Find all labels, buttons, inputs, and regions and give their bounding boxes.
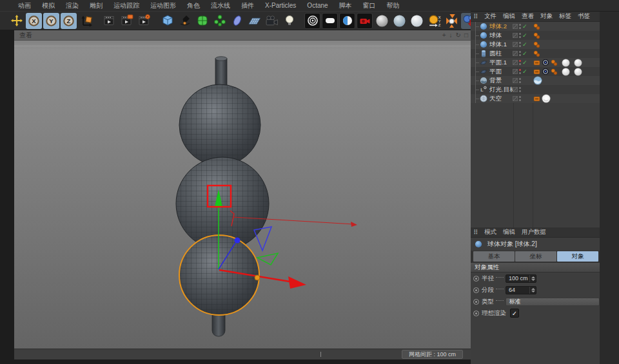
- layer-toggle[interactable]: [513, 42, 518, 47]
- object-name[interactable]: 球体.2: [489, 23, 513, 31]
- primitive-cube-button[interactable]: [159, 13, 175, 29]
- main-menu-item[interactable]: 流水线: [211, 1, 230, 10]
- material-glow-tag[interactable]: [542, 94, 551, 103]
- object-row[interactable]: L灯光.目标.1: [471, 85, 600, 94]
- object-name[interactable]: 圆柱: [489, 50, 513, 58]
- main-menu-item[interactable]: 插件: [241, 1, 254, 10]
- phong-tag[interactable]: [533, 41, 540, 48]
- grip-icon[interactable]: ⠿: [473, 13, 478, 20]
- object-name[interactable]: 灯光.目标.1: [489, 86, 513, 94]
- subdivision-surface-button[interactable]: [194, 13, 210, 29]
- scale-handle[interactable]: [255, 275, 260, 280]
- visibility-dots[interactable]: [519, 42, 521, 47]
- enabled-check-icon[interactable]: ✓: [522, 69, 527, 75]
- stepper-arrows[interactable]: [529, 287, 536, 294]
- material-tag[interactable]: [574, 59, 582, 67]
- main-menu-item[interactable]: 雕刻: [90, 1, 103, 10]
- object-row[interactable]: 背景: [471, 76, 600, 85]
- object-name[interactable]: 天空: [489, 95, 513, 103]
- main-menu-item[interactable]: 运动图形: [150, 1, 176, 10]
- main-menu-item[interactable]: 脚本: [339, 1, 352, 10]
- object-row[interactable]: 平面✓: [471, 67, 600, 76]
- octane-live-viewer-button[interactable]: [304, 13, 320, 29]
- main-menu-item[interactable]: 模拟: [42, 1, 55, 10]
- mograph-array-button[interactable]: [211, 13, 228, 29]
- material-tag[interactable]: [574, 68, 582, 76]
- main-menu-item[interactable]: 运动跟踪: [113, 1, 139, 10]
- visibility-dots[interactable]: [519, 96, 521, 101]
- object-name[interactable]: 球体: [489, 32, 513, 40]
- deformer-button[interactable]: [229, 13, 245, 29]
- texture-ball-button[interactable]: XYZ: [426, 13, 442, 29]
- main-menu-item[interactable]: 渲染: [66, 1, 79, 10]
- scatter-button[interactable]: [444, 13, 460, 29]
- light-button[interactable]: [281, 13, 297, 29]
- tab-inactive[interactable]: 坐标: [515, 251, 556, 262]
- layer-toggle[interactable]: [513, 87, 518, 92]
- layer-toggle[interactable]: [513, 51, 518, 56]
- compositing-tag[interactable]: [533, 68, 540, 75]
- pan-icon[interactable]: +: [442, 32, 446, 39]
- visibility-dots[interactable]: [519, 69, 521, 74]
- visibility-dots[interactable]: [519, 51, 521, 56]
- om-menu-item[interactable]: 书签: [578, 12, 590, 21]
- visibility-dots[interactable]: [519, 60, 521, 65]
- maximize-icon[interactable]: □: [464, 32, 468, 39]
- render-picture-viewer-button[interactable]: [119, 13, 135, 29]
- move-tool-button[interactable]: [8, 13, 25, 29]
- main-menu-item[interactable]: 角色: [187, 1, 200, 10]
- enabled-check-icon[interactable]: ✓: [522, 42, 527, 48]
- z-axis-handle[interactable]: [235, 238, 241, 244]
- sphere-top[interactable]: [179, 84, 260, 166]
- spline-pen-button[interactable]: [177, 13, 193, 29]
- compositing-tag[interactable]: [533, 59, 540, 66]
- object-row[interactable]: 平面.1✓: [471, 58, 600, 67]
- am-menu-item[interactable]: 用户数据: [522, 228, 546, 236]
- floor-button[interactable]: [246, 13, 262, 29]
- object-row[interactable]: 球体✓: [471, 31, 600, 40]
- keyframe-circle-icon[interactable]: [473, 287, 479, 293]
- visibility-dots[interactable]: [519, 87, 521, 92]
- object-row[interactable]: 球体.2✓: [471, 22, 600, 31]
- object-row[interactable]: 天空: [471, 94, 600, 103]
- phong-tag[interactable]: [551, 59, 558, 66]
- render-perfect-checkbox[interactable]: ✓: [510, 309, 519, 318]
- object-manager-list[interactable]: 球体.2✓球体✓球体.1✓圆柱✓平面.1✓平面✓背景L灯光.目标.1天空: [471, 22, 600, 227]
- enabled-check-icon[interactable]: ✓: [522, 51, 527, 57]
- layer-toggle[interactable]: [513, 33, 518, 38]
- main-menu-item[interactable]: 动画: [18, 1, 31, 10]
- phong-tag[interactable]: [533, 32, 540, 39]
- keyframe-circle-icon[interactable]: [473, 311, 479, 316]
- main-menu-item[interactable]: Octane: [307, 2, 328, 9]
- layer-toggle[interactable]: [513, 96, 518, 101]
- octane-material-button[interactable]: [322, 13, 338, 29]
- coordinate-system-button[interactable]: [78, 13, 94, 29]
- om-menu-item[interactable]: 标签: [559, 12, 571, 21]
- tab-active[interactable]: 对象: [557, 251, 598, 262]
- visibility-dots[interactable]: [519, 78, 521, 83]
- material-tag[interactable]: [562, 68, 570, 76]
- viewport-menu[interactable]: 查看: [19, 31, 32, 40]
- om-menu-item[interactable]: 查看: [522, 12, 534, 21]
- render-settings-button[interactable]: [136, 13, 152, 29]
- om-menu-item[interactable]: 文件: [484, 12, 496, 21]
- visibility-dots[interactable]: [519, 24, 521, 29]
- tab-inactive[interactable]: 基本: [473, 251, 515, 262]
- object-name[interactable]: 平面: [489, 68, 513, 76]
- lock-x-axis-button[interactable]: X: [26, 13, 42, 29]
- material-sky-tag[interactable]: [533, 76, 542, 85]
- object-name[interactable]: 球体.1: [489, 41, 513, 49]
- enabled-check-icon[interactable]: ✓: [522, 24, 527, 30]
- rotate-icon[interactable]: ↻: [456, 32, 461, 39]
- lock-y-axis-button[interactable]: Y: [43, 13, 59, 29]
- enabled-check-icon[interactable]: ✓: [522, 60, 527, 66]
- viewport-canvas[interactable]: [14, 41, 471, 349]
- octane-mix-material-button[interactable]: [339, 13, 355, 29]
- layer-toggle[interactable]: [513, 69, 518, 74]
- radius-input[interactable]: 100 cm: [506, 274, 536, 283]
- octane-object-tag[interactable]: [542, 68, 549, 75]
- camera-button[interactable]: [264, 13, 280, 29]
- om-menu-item[interactable]: 编辑: [503, 12, 515, 21]
- type-dropdown[interactable]: 标准: [506, 298, 600, 306]
- octane-camera-button[interactable]: [357, 13, 373, 29]
